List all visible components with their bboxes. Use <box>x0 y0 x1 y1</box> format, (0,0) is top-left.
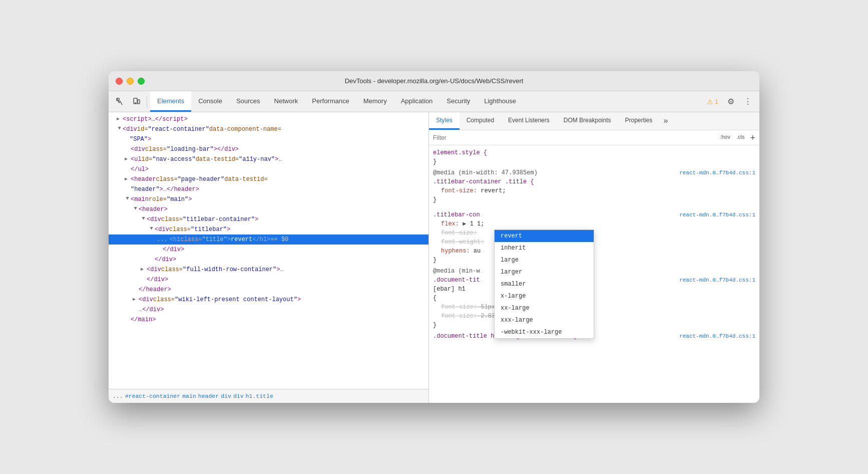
triangle-icon: ▶ <box>117 115 122 124</box>
triangle-icon: ▶ <box>133 295 138 304</box>
autocomplete-item-larger[interactable]: larger <box>495 266 594 278</box>
css-rule-document-title: .document-title h1, div[class*=titlebar]… <box>429 331 759 342</box>
tab-elements[interactable]: Elements <box>150 91 191 112</box>
css-rule-titlebar-con: .titlebar-con… react-mdn.0…f7b4d.css:1 f… <box>429 209 759 266</box>
breadcrumb-item[interactable]: main <box>182 393 196 399</box>
styles-tab-computed[interactable]: Computed <box>460 112 501 130</box>
styles-tab-event-listeners[interactable]: Event Listeners <box>501 112 557 130</box>
warning-icon: ⚠ <box>707 98 713 106</box>
elements-panel: ▶ <script>…</script> ▶ <div id="react-co… <box>109 112 429 403</box>
css-rule-media-1: @media (min-width: 47.9385em) react-mdn.… <box>429 167 759 205</box>
autocomplete-item-xxx-large[interactable]: xxx-large <box>495 314 594 326</box>
html-line[interactable]: ▶ </header> <box>109 285 428 295</box>
inspect-icon[interactable] <box>113 94 128 109</box>
html-line[interactable]: ▶ </div> <box>109 275 428 285</box>
tab-memory[interactable]: Memory <box>356 91 394 112</box>
html-line[interactable]: ▶ <ul id="nav-access" data-testid="a11y-… <box>109 154 428 164</box>
html-line[interactable]: ▶ <script>…</script> <box>109 114 428 124</box>
breadcrumb-item[interactable]: div <box>233 393 244 399</box>
hov-button[interactable]: :hov <box>718 133 732 142</box>
autocomplete-item-smaller[interactable]: smaller <box>495 278 594 290</box>
autocomplete-item-inherit[interactable]: inherit <box>495 242 594 254</box>
triangle-icon: ▶ <box>139 217 148 222</box>
main-area: ▶ <script>…</script> ▶ <div id="react-co… <box>109 112 759 403</box>
styles-tab-dom-breakpoints[interactable]: DOM Breakpoints <box>557 112 618 130</box>
css-rule-media-2: @media (min-w… .document-tit… react-mdn.… <box>429 266 759 331</box>
autocomplete-item-xx-large[interactable]: xx-large <box>495 302 594 314</box>
html-line[interactable]: ▶ <div class="full-width-row-container" … <box>109 265 428 275</box>
html-line[interactable]: ▶ <div class="titlebar-container" > <box>109 214 428 224</box>
tab-performance[interactable]: Performance <box>305 91 356 112</box>
html-line[interactable]: ▶ "header" >…</header> <box>109 184 428 194</box>
breadcrumb-item[interactable]: #react-container <box>125 393 180 399</box>
html-line[interactable]: ▶ <main role="main" > <box>109 194 428 204</box>
toolbar-right: ⚠ 1 ⚙ ⋮ <box>704 94 755 109</box>
minimize-button[interactable] <box>127 78 134 85</box>
title-bar: DevTools - developer.mozilla.org/en-US/d… <box>109 71 759 91</box>
styles-tab-styles[interactable]: Styles <box>429 112 460 130</box>
file-ref[interactable]: react-mdn.0…f7b4d.css:1 <box>679 210 755 219</box>
autocomplete-item-large[interactable]: large <box>495 254 594 266</box>
autocomplete-item-revert[interactable]: revert <box>495 230 594 242</box>
filter-bar: :hov .cls + <box>429 130 759 145</box>
html-line[interactable]: ▶ …</div> <box>109 305 428 315</box>
tab-console[interactable]: Console <box>191 91 229 112</box>
filter-input[interactable] <box>433 134 718 141</box>
breadcrumb-item[interactable]: div <box>221 393 231 399</box>
file-ref[interactable]: react-mdn.0…f7b4d.css:1 <box>679 276 755 285</box>
warning-count: 1 <box>715 98 718 105</box>
html-line[interactable]: ▶ </main> <box>109 315 428 325</box>
styles-content[interactable]: element.style { } @media (min-width: 47.… <box>429 145 759 403</box>
toolbar-divider-1 <box>147 96 147 107</box>
more-button[interactable]: ⋮ <box>740 94 755 109</box>
autocomplete-item-webkit-xxx-large[interactable]: -webkit-xxx-large <box>495 326 594 338</box>
traffic-lights <box>116 78 145 85</box>
html-line[interactable]: ▶ </div> <box>109 255 428 265</box>
cls-button[interactable]: .cls <box>735 133 746 142</box>
devtools-window: DevTools - developer.mozilla.org/en-US/d… <box>109 71 759 403</box>
styles-tabs: Styles Computed Event Listeners DOM Brea… <box>429 112 759 130</box>
styles-tab-more[interactable]: » <box>659 112 672 130</box>
tab-lighthouse[interactable]: Lighthouse <box>477 91 523 112</box>
filter-actions: :hov .cls + <box>718 133 755 142</box>
add-rule-button[interactable]: + <box>750 133 755 142</box>
triangle-icon: ▶ <box>125 155 130 164</box>
file-ref[interactable]: react-mdn.0…f7b4d.css:1 <box>679 168 755 177</box>
html-line-selected[interactable]: ... <h1 class="title" >revert</h1> == $0 <box>109 234 428 245</box>
autocomplete-dropdown: revert inherit large larger smaller x-la… <box>494 229 594 339</box>
html-line[interactable]: ▶ <div class="loading-bar" ></div> <box>109 144 428 154</box>
css-rule-element-style: element.style { } <box>429 147 759 167</box>
device-icon[interactable] <box>129 94 144 109</box>
window-title: DevTools - developer.mozilla.org/en-US/d… <box>345 77 524 85</box>
triangle-icon: ▶ <box>123 197 132 202</box>
tab-sources[interactable]: Sources <box>229 91 267 112</box>
html-line[interactable]: "SPA"> <box>109 134 428 144</box>
breadcrumb-item[interactable]: h1.title <box>246 393 273 399</box>
html-line[interactable]: ▶ <div id="react-container" data-compone… <box>109 124 428 134</box>
close-button[interactable] <box>116 78 123 85</box>
triangle-icon: ▶ <box>147 227 156 232</box>
html-line[interactable]: ▶ <header class="page-header" data-testi… <box>109 174 428 184</box>
settings-button[interactable]: ⚙ <box>723 94 738 109</box>
svg-point-3 <box>135 102 136 103</box>
svg-rect-2 <box>138 100 140 104</box>
html-line[interactable]: ▶ </ul> <box>109 164 428 174</box>
styles-tab-properties[interactable]: Properties <box>618 112 659 130</box>
tab-security[interactable]: Security <box>440 91 477 112</box>
triangle-icon: ▶ <box>125 175 130 184</box>
styles-panel: Styles Computed Event Listeners DOM Brea… <box>429 112 759 403</box>
triangle-icon: ▶ <box>141 265 146 274</box>
triangle-icon: ▶ <box>115 127 124 132</box>
breadcrumb-item[interactable]: header <box>198 393 219 399</box>
elements-content[interactable]: ▶ <script>…</script> ▶ <div id="react-co… <box>109 112 428 389</box>
tab-network[interactable]: Network <box>267 91 305 112</box>
html-line[interactable]: ▶ </div> <box>109 245 428 255</box>
warning-badge[interactable]: ⚠ 1 <box>704 97 721 107</box>
html-line[interactable]: ▶ <div class="titlebar" > <box>109 224 428 234</box>
maximize-button[interactable] <box>138 78 145 85</box>
html-line[interactable]: ▶ <header> <box>109 204 428 214</box>
html-line[interactable]: ▶ <div class="wiki-left-present content-… <box>109 295 428 305</box>
autocomplete-item-x-large[interactable]: x-large <box>495 290 594 302</box>
file-ref[interactable]: react-mdn.0…f7b4d.css:1 <box>679 332 755 341</box>
tab-application[interactable]: Application <box>394 91 440 112</box>
